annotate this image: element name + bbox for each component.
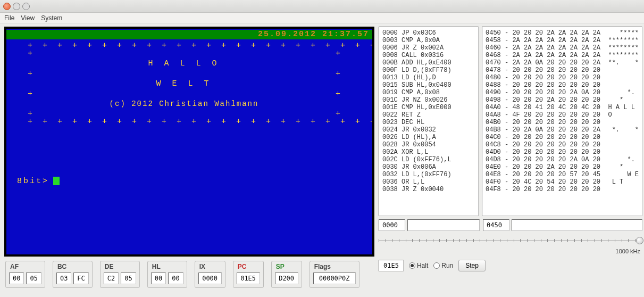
reg-bc-lo[interactable]: FC: [73, 273, 88, 284]
debug-panels: 0000 JP 0x03C6 0003 CMP A,0x0A 0006 JR Z…: [379, 27, 642, 216]
slider-knob-icon[interactable]: [636, 237, 643, 244]
screen-datetime: 25.09.2012 21:37.57: [6, 30, 372, 39]
reg-af-lo[interactable]: 05: [26, 273, 41, 284]
disassembly-list[interactable]: 0000 JP 0x03C6 0003 CMP A,0x0A 0006 JR Z…: [379, 27, 479, 216]
reg-sp-val[interactable]: D200: [275, 273, 298, 284]
step-button[interactable]: Step: [458, 260, 486, 271]
screen-copyright: (c) 2012 Christian Wahlmann: [28, 100, 340, 108]
memdump-cmd-input[interactable]: [512, 219, 642, 231]
prompt-text: 8bit>: [17, 177, 49, 185]
window-titlebar: [0, 0, 644, 13]
main-area: 25.09.2012 21:37.57 + + + + + + + + + + …: [0, 23, 644, 297]
reg-de: DE C2 05: [100, 261, 140, 288]
reg-ix-label: IX: [199, 263, 205, 270]
reg-hl-label: HL: [152, 263, 161, 270]
menu-bar: File View System: [0, 13, 644, 23]
reg-bc: BC 03 FC: [53, 261, 93, 288]
reg-sp-label: SP: [276, 263, 285, 270]
reg-sp: SP D200: [271, 261, 302, 288]
reg-af: AF 00 05: [5, 261, 45, 288]
register-panel: AF 00 05 BC 03 FC DE C2 05: [4, 260, 374, 289]
reg-hl: HL 00 00: [147, 261, 187, 288]
emulator-screen: 25.09.2012 21:37.57 + + + + + + + + + + …: [4, 27, 374, 257]
window-maximize-icon[interactable]: [22, 3, 30, 10]
screen-line2: W E L T: [28, 80, 340, 88]
menu-view[interactable]: View: [21, 14, 35, 22]
halt-radio[interactable]: Halt: [409, 262, 428, 269]
reg-pc-val[interactable]: 01E5: [237, 273, 260, 284]
reg-af-hi[interactable]: 00: [9, 273, 24, 284]
reg-de-hi[interactable]: C2: [104, 273, 119, 284]
screen-prompt: 8bit>: [17, 177, 60, 185]
memdump-addr-input[interactable]: 0450: [483, 219, 509, 231]
reg-hl-hi[interactable]: 00: [151, 273, 166, 284]
reg-flags: Flags 00000P0Z: [310, 261, 359, 288]
window-close-icon[interactable]: [3, 3, 11, 10]
window-minimize-icon[interactable]: [13, 3, 20, 10]
reg-bc-hi[interactable]: 03: [56, 273, 71, 284]
decor-top: + + + + + + + + + + + + + + + + + + + + …: [28, 42, 340, 50]
memory-dump-list[interactable]: 0450 - 20 20 20 2A 2A 2A 2A 2A ***** 045…: [482, 27, 642, 216]
reg-af-label: AF: [10, 263, 19, 270]
radio-dot-icon: [409, 262, 415, 269]
halt-label: Halt: [417, 262, 428, 269]
decor-bottom: + + + + + + + + + + + + + + + + + + + + …: [28, 118, 340, 126]
reg-hl-lo[interactable]: 00: [168, 273, 183, 284]
run-radio[interactable]: Run: [433, 262, 453, 269]
speed-slider[interactable]: [379, 235, 642, 245]
control-row: 01E5 Halt Run Step: [379, 260, 642, 271]
reg-pc-label: PC: [238, 263, 247, 270]
speed-label: 1000 kHz: [379, 248, 642, 254]
reg-de-label: DE: [105, 263, 114, 270]
radio-dot-icon: [433, 262, 440, 269]
left-column: 25.09.2012 21:37.57 + + + + + + + + + + …: [4, 27, 374, 294]
disasm-cmd-input[interactable]: [407, 219, 480, 231]
address-entry-row: 0000 0450: [379, 219, 642, 231]
right-column: 0000 JP 0x03C6 0003 CMP A,0x0A 0006 JR Z…: [379, 27, 642, 294]
reg-ix-val[interactable]: 0000: [198, 273, 222, 284]
screen-line1: H A L L O: [28, 60, 340, 68]
disasm-addr-input[interactable]: 0000: [379, 219, 405, 231]
reg-flags-val[interactable]: 00000P0Z: [313, 273, 356, 284]
current-pc-display[interactable]: 01E5: [379, 260, 404, 271]
reg-flags-label: Flags: [314, 263, 331, 270]
screen-decor-box: + + + + + + + + + + + + + + + + + + + + …: [28, 42, 340, 126]
reg-bc-label: BC: [57, 263, 66, 270]
reg-ix: IX 0000: [195, 261, 225, 288]
run-label: Run: [441, 262, 453, 269]
reg-pc: PC 01E5: [233, 261, 264, 288]
menu-file[interactable]: File: [4, 14, 14, 22]
cursor-icon: [53, 177, 60, 185]
menu-system[interactable]: System: [41, 14, 62, 22]
reg-de-lo[interactable]: 05: [121, 273, 136, 284]
